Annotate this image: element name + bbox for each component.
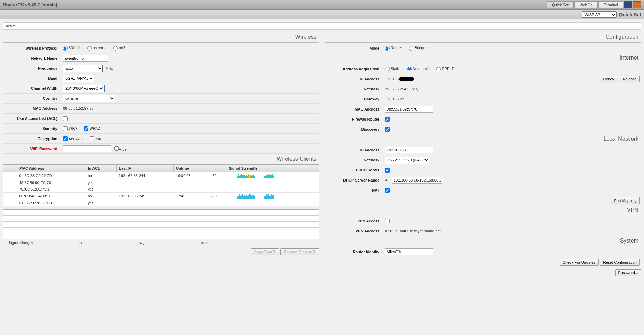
- encryption-label: Encryption: [3, 136, 62, 141]
- section-vpn: VPN: [325, 205, 641, 215]
- copy-to-acl-button[interactable]: Copy To ACL: [251, 248, 279, 255]
- internet-mac-input[interactable]: [385, 106, 433, 113]
- mode-select[interactable]: WISP AP: [582, 11, 617, 18]
- identity-label: Router Identity: [325, 250, 384, 254]
- lan-ip-input[interactable]: [385, 147, 433, 153]
- network-name-label: Network Name: [3, 56, 62, 60]
- identity-input[interactable]: [385, 248, 433, 255]
- dhcp-label: DHCP Server: [325, 168, 384, 172]
- section-configuration: Configuration: [325, 33, 641, 43]
- top-bar: RouterOS v6.49.7 (stable) Quick Set WebF…: [0, 0, 644, 10]
- window-icon[interactable]: [624, 1, 632, 8]
- dhcp-range-label: DHCP Server Range: [325, 178, 384, 182]
- band-select[interactable]: 5GHz-A/N/AC: [63, 75, 94, 82]
- password-button[interactable]: Password...: [615, 269, 641, 276]
- release-button[interactable]: Release: [620, 76, 640, 82]
- renew-button[interactable]: Renew: [600, 76, 618, 82]
- acl-checkbox[interactable]: [63, 116, 68, 121]
- frequency-label: Frequency: [3, 66, 62, 70]
- port-mapping-button[interactable]: Port Mapping: [611, 197, 640, 204]
- dhcp-range-input[interactable]: [392, 177, 442, 184]
- wireless-mac-value: 08:55:31:52:97:75: [63, 106, 94, 111]
- table-row[interactable]: 48:87:59:90:EC:70yes: [3, 179, 319, 186]
- section-internet: Internet: [325, 53, 641, 63]
- internet-ip-value: 178.165XXXXX: [385, 77, 414, 81]
- section-system: System: [325, 236, 641, 246]
- legend-cur: cur:: [78, 241, 83, 245]
- col-acl[interactable]: In ACL: [86, 165, 117, 172]
- channel-width-label: Channel Width: [3, 86, 62, 90]
- discovery-checkbox[interactable]: [385, 127, 390, 132]
- mode-router[interactable]: Router: [385, 46, 402, 51]
- legend-max: max:: [201, 241, 208, 245]
- reset-config-button[interactable]: Reset Configuration: [600, 259, 640, 266]
- col-mac[interactable]: MAC Address: [17, 165, 86, 172]
- wifi-password-label: WiFi Password: [3, 147, 62, 151]
- acq-static[interactable]: Static: [385, 67, 400, 71]
- table-row[interactable]: 7C:03:5E:D1:75:1Fyes: [3, 186, 319, 193]
- vpn-address-value: d7160d1baff7.sn.mynetname.net: [385, 229, 441, 233]
- col-blank[interactable]: [3, 165, 17, 172]
- terminal-tab[interactable]: Terminal: [598, 1, 623, 8]
- legend-line: —: [5, 241, 8, 245]
- gateway-value: 178.165.22.1: [385, 97, 407, 101]
- mode-bridge[interactable]: Bridge: [409, 46, 426, 51]
- clients-table: MAC Address In ACL Last IP Uptime Signal…: [3, 164, 319, 206]
- encryption-aes[interactable]: aes ccm: [63, 136, 83, 141]
- acq-auto[interactable]: Automatic: [407, 67, 430, 71]
- discovery-label: Discovery: [325, 127, 384, 131]
- col-sig-num[interactable]: [209, 165, 226, 172]
- table-row[interactable]: BC:85:56:78:6F:C0yes: [3, 200, 319, 206]
- quickset-tab[interactable]: Quick Set: [547, 1, 574, 8]
- country-select[interactable]: ukraine: [63, 95, 115, 102]
- range-toggle-icon[interactable]: [385, 179, 388, 181]
- col-lastip[interactable]: Last IP: [117, 165, 174, 172]
- protocol-nstreme[interactable]: nstreme: [87, 46, 107, 51]
- logout-icon[interactable]: [633, 1, 641, 8]
- table-row[interactable]: 04:8D:38:C2:22:7Dno192.168.88.24416:00:0…: [3, 172, 319, 179]
- nat-checkbox[interactable]: [385, 188, 390, 193]
- acq-pppoe[interactable]: PPPoE: [436, 67, 454, 71]
- band-label: Band: [3, 76, 62, 80]
- internet-mac-label: MAC Address: [325, 107, 384, 111]
- encryption-tkip[interactable]: tkip: [90, 136, 101, 141]
- protocol-nv2[interactable]: nv2: [113, 46, 125, 51]
- acq-label: Address Acquisition: [325, 67, 384, 71]
- top-nav: Quick Set WebFig Terminal: [547, 1, 641, 8]
- hide-password[interactable]: Hide: [114, 146, 127, 151]
- lan-netmask-select[interactable]: 255.255.255.0 (/24): [385, 157, 429, 164]
- sub-bar: WISP AP Quick Set: [0, 10, 644, 19]
- app-title: RouterOS v6.49.7 (stable): [3, 2, 57, 7]
- col-uptime[interactable]: Uptime: [174, 165, 209, 172]
- vpn-access-label: VPN Access: [325, 219, 384, 223]
- security-wpa[interactable]: WPA: [63, 126, 77, 131]
- dhcp-checkbox[interactable]: [385, 168, 390, 173]
- wireless-mac-label: MAC Address: [3, 106, 62, 111]
- security-wpa2[interactable]: WPA2: [84, 126, 100, 131]
- acl-label: Use Access List (ACL): [3, 116, 62, 121]
- table-row[interactable]: 8E:FD:48:24:00:18no192.168.88.24517:40:5…: [3, 193, 319, 200]
- security-label: Security: [3, 126, 62, 131]
- channel-width-select[interactable]: 20/40/80MHz eeeC: [63, 85, 105, 92]
- legend-label: Signal Strength: [9, 241, 33, 245]
- left-column: Wireless Wireless Protocol 802.11 nstrem…: [3, 33, 319, 278]
- lan-ip-label: IP Address: [325, 148, 384, 152]
- protocol-80211[interactable]: 802.11: [63, 46, 80, 51]
- network-name-input[interactable]: [63, 55, 108, 62]
- internet-netmask-label: Netmask: [325, 87, 384, 91]
- nat-label: NAT: [325, 188, 384, 192]
- frequency-unit: MHz: [106, 67, 113, 70]
- check-updates-button[interactable]: Check For Updates: [560, 259, 599, 266]
- country-label: Country: [3, 96, 62, 100]
- mode-label: Mode: [325, 46, 384, 50]
- firewall-label: Firewall Router: [325, 117, 384, 121]
- wifi-password-input[interactable]: [63, 145, 111, 152]
- remove-from-acl-button[interactable]: Remove From ACL: [280, 248, 319, 255]
- lan-netmask-label: Netmask: [325, 158, 384, 162]
- webfig-tab[interactable]: WebFig: [574, 1, 598, 8]
- frequency-select[interactable]: auto: [63, 65, 103, 72]
- right-column: Configuration Mode Router Bridge Interne…: [325, 33, 641, 278]
- firewall-checkbox[interactable]: [385, 117, 390, 122]
- col-signal[interactable]: Signal Strength: [226, 165, 319, 172]
- vpn-access-checkbox[interactable]: [385, 219, 390, 223]
